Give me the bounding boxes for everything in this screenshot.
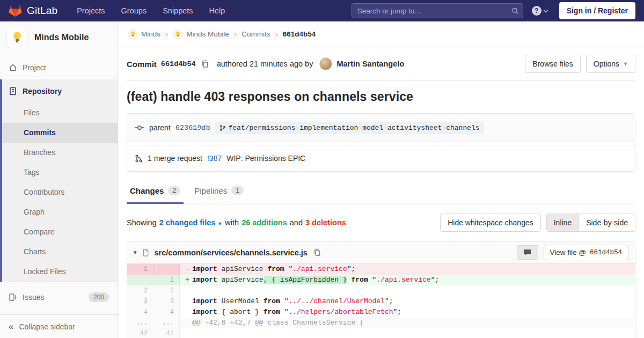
nav-groups[interactable]: Groups (121, 6, 147, 15)
sign-in-register-button[interactable]: Sign in / Register (559, 2, 635, 19)
pipelines-count-badge: 1 (231, 186, 244, 195)
sidebar-item-files[interactable]: Files (2, 103, 118, 123)
merge-request-link[interactable]: !387 (207, 154, 222, 163)
project-avatar (173, 30, 182, 39)
diff-line: 33 import UserModel from "../../channel/… (127, 296, 635, 307)
new-line-number[interactable]: 4 (153, 307, 180, 318)
options-label: Options (594, 60, 619, 68)
diff-line: 44 import { abort } from "../helpers/abo… (127, 307, 635, 318)
copy-sha-button[interactable] (200, 59, 210, 69)
breadcrumb-label: Commits (241, 30, 270, 38)
view-file-label: View file @ (550, 248, 586, 256)
branch-name: feat/permissions-implementation-model-ac… (229, 124, 480, 132)
sidebar-project-header[interactable]: Minds Mobile (0, 21, 118, 56)
breadcrumb: Minds › Minds Mobile › Commits › 661d4b5… (118, 21, 644, 47)
merge-request-title[interactable]: WIP: Permissions EPIC (226, 154, 305, 163)
inline-view-button[interactable]: Inline (546, 214, 579, 232)
home-icon (9, 63, 17, 72)
caret-down-icon: ▼ (217, 221, 222, 226)
nav-help[interactable]: Help (209, 6, 225, 15)
issues-icon (9, 293, 17, 302)
changes-count-badge: 2 (168, 186, 180, 195)
diff-stats-bar: Showing 2 changed files ▼ with 26 additi… (127, 214, 635, 232)
chevron-right-icon: › (165, 30, 168, 39)
project-avatar (6, 27, 28, 48)
diff-line-code (180, 328, 635, 338)
gitlab-logo[interactable]: GitLab (9, 4, 57, 17)
new-line-number[interactable]: 42 (153, 328, 180, 338)
old-line-number[interactable] (127, 275, 153, 285)
new-line-number[interactable] (153, 264, 180, 275)
lightbulb-icon (11, 31, 23, 44)
sidebar-item-charts[interactable]: Charts (2, 242, 118, 262)
sidebar-item-label: Repository (23, 87, 62, 95)
sidebar-item-issues[interactable]: Issues 200 (0, 285, 118, 309)
diff-file-block: ▾ src/common/services/channels.service.j… (127, 241, 635, 338)
author-name[interactable]: Martin Santangelo (336, 60, 404, 68)
old-line-number[interactable]: 4 (127, 307, 153, 318)
help-dropdown[interactable]: ? (532, 6, 548, 16)
diff-line-code (180, 285, 635, 296)
sidebar-item-branches[interactable]: Branches (2, 143, 118, 163)
commit-tabs: Changes 2 Pipelines 1 (127, 179, 635, 204)
breadcrumb-project-minds-mobile[interactable]: Minds Mobile (173, 30, 229, 39)
breadcrumb-current-sha: 661d4b54 (283, 30, 316, 38)
old-line-number[interactable]: ... (127, 318, 153, 328)
diff-line: ......@@ -42,6 +42,7 @@ class ChannelsSe… (127, 318, 635, 328)
sidebar-item-locked-files[interactable]: Locked Files (2, 262, 118, 282)
view-file-sha: 661d4b54 (590, 249, 622, 256)
old-line-number[interactable]: 1 (127, 264, 153, 275)
branch-icon (219, 124, 226, 131)
authored-text: authored 21 minutes ago by (217, 60, 313, 68)
branch-badge[interactable]: feat/permissions-implementation-model-ac… (215, 122, 484, 134)
old-line-number[interactable]: 2 (127, 285, 153, 296)
diff-view-toggle: Inline Side-by-side (546, 214, 635, 232)
sidebar-item-graph[interactable]: Graph (2, 202, 118, 222)
sidebar-item-compare[interactable]: Compare (2, 222, 118, 242)
collapse-diff-caret-icon[interactable]: ▾ (134, 249, 137, 256)
sidebar-item-commits[interactable]: Commits (2, 123, 118, 143)
navbar-menu: Projects Groups Snippets Help (77, 6, 225, 15)
old-line-number[interactable]: 42 (127, 328, 153, 338)
new-line-number[interactable]: 3 (153, 296, 180, 307)
old-line-number[interactable]: 3 (127, 296, 153, 307)
changed-files-dropdown[interactable]: 2 changed files ▼ (159, 218, 223, 227)
nav-projects[interactable]: Projects (77, 6, 105, 15)
comment-icon (523, 248, 531, 256)
lightbulb-icon (175, 31, 181, 38)
new-line-number[interactable]: 2 (153, 285, 180, 296)
toggle-comments-button[interactable] (517, 245, 538, 260)
side-by-side-view-button[interactable]: Side-by-side (579, 214, 635, 232)
sidebar-item-contributors[interactable]: Contributors (2, 182, 118, 202)
sidebar-item-repository[interactable]: Repository (2, 79, 118, 103)
breadcrumb-label: Minds (141, 30, 160, 38)
diff-line: 1-import apiService from "./api.service"… (127, 264, 635, 275)
diff-line: 4242 (127, 328, 635, 338)
sidebar-repository-section: Repository Files Commits Branches Tags C… (0, 79, 118, 282)
nav-snippets[interactable]: Snippets (163, 6, 193, 15)
deletions-count: 3 deletions (305, 218, 346, 227)
breadcrumb-group-minds[interactable]: Minds (128, 30, 160, 39)
new-line-number[interactable]: ... (153, 318, 180, 328)
hide-whitespace-button[interactable]: Hide whitespace changes (440, 214, 541, 232)
author-avatar[interactable] (319, 57, 332, 70)
diff-line: 22 (127, 285, 635, 296)
sidebar-item-project[interactable]: Project (0, 56, 118, 79)
breadcrumb-commits[interactable]: Commits (241, 30, 270, 38)
new-line-number[interactable]: 1 (153, 275, 180, 285)
search-input[interactable] (352, 3, 523, 18)
collapse-sidebar-button[interactable]: « Collapse sidebar (0, 314, 118, 338)
tab-changes[interactable]: Changes 2 (127, 179, 184, 204)
sidebar-item-tags[interactable]: Tags (2, 163, 118, 182)
browse-files-button[interactable]: Browse files (525, 55, 580, 73)
copy-file-path-button[interactable] (312, 247, 323, 258)
diff-table: 1-import apiService from "./api.service"… (127, 264, 635, 338)
parent-sha-link[interactable]: 623619db (175, 124, 210, 132)
copy-icon (201, 60, 209, 68)
search-icon (511, 7, 519, 17)
tab-label: Changes (130, 186, 164, 195)
gitlab-tanuki-icon (9, 4, 22, 17)
options-dropdown-button[interactable]: Options ▼ (586, 55, 635, 73)
view-file-button[interactable]: View file @ 661d4b54 (544, 245, 629, 260)
tab-pipelines[interactable]: Pipelines 1 (191, 179, 247, 204)
